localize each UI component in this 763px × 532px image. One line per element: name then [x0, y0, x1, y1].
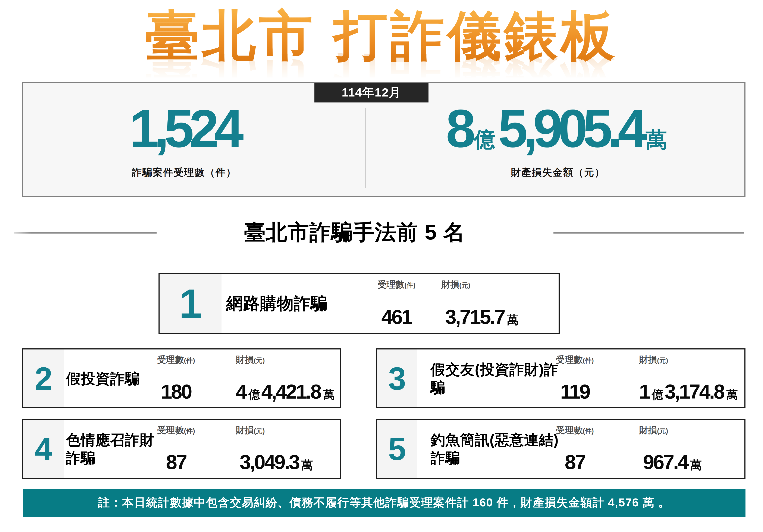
- loss-wan: 4,421.8: [261, 382, 320, 402]
- loss-header-label: 財損: [441, 280, 459, 290]
- anti-fraud-dashboard: 臺北市 打詐儀錶板 臺北市 打詐儀錶板 114年12月 1,524 詐騙案件受理…: [0, 0, 763, 532]
- cases-value: 461: [381, 307, 411, 327]
- loss-header-unit: (元): [459, 282, 470, 289]
- stat-loss-yi: 8: [446, 101, 471, 157]
- section-rule-left: [14, 232, 157, 233]
- loss-value: 3,049.3萬: [236, 452, 314, 472]
- loss-column: 財損(元) 3,049.3萬: [236, 424, 314, 472]
- fraud-type-name: 網路購物詐騙: [226, 293, 327, 314]
- fraud-type-name: 假投資詐騙: [66, 369, 166, 388]
- loss-column: 財損(元) 967.4萬: [639, 424, 703, 472]
- rank-badge: 1: [160, 274, 222, 333]
- loss-column: 財損(元) 3,715.7萬: [441, 279, 520, 327]
- loss-value: 3,715.7萬: [441, 307, 520, 327]
- stat-loss-yi-unit: 億: [474, 129, 495, 151]
- loss-header-label: 財損: [639, 355, 657, 365]
- loss-wan-unit: 萬: [690, 459, 702, 471]
- loss-wan-unit: 萬: [301, 459, 313, 471]
- cases-header: 受理數(件): [157, 354, 195, 366]
- loss-header-label: 財損: [236, 355, 254, 365]
- stat-loss: 8 億 5,905.4 萬 財產損失金額（元）: [446, 101, 670, 179]
- loss-yi-unit: 億: [249, 389, 260, 400]
- rank-number: 5: [388, 433, 406, 465]
- loss-wan-unit: 萬: [323, 389, 335, 400]
- stat-loss-wan: 5,905.4: [498, 101, 643, 157]
- stat-loss-value: 8 億 5,905.4 萬: [446, 101, 670, 157]
- loss-wan: 3,715.7: [445, 307, 504, 327]
- cases-header-unit: (件): [583, 357, 594, 364]
- section-rule-right: [553, 232, 744, 233]
- cases-header: 受理數(件): [556, 424, 594, 436]
- rank-badge: 3: [377, 349, 417, 407]
- cases-column: 受理數(件) 87: [157, 424, 195, 472]
- loss-value: 4億4,421.8萬: [236, 382, 336, 402]
- loss-value: 1億3,174.8萬: [639, 382, 739, 402]
- cases-header-unit: (件): [404, 282, 415, 289]
- loss-header-label: 財損: [639, 425, 657, 435]
- loss-yi: 1: [639, 382, 649, 402]
- cases-column: 受理數(件) 119: [556, 354, 594, 402]
- rank-card-2: 2 假投資詐騙 受理數(件) 180 財損(元) 4億4,421.8萬: [22, 348, 341, 408]
- rank-card-5: 5 釣魚簡訊(惡意連結) 詐騙 受理數(件) 87 財損(元) 967.4萬: [376, 419, 745, 479]
- loss-wan-unit: 萬: [507, 314, 518, 325]
- rank-number: 1: [179, 283, 202, 324]
- fraud-type-name: 色情應召詐財 詐騙: [66, 431, 166, 467]
- rank-badge: 5: [377, 420, 417, 478]
- rank-card-body: 假投資詐騙 受理數(件) 180 財損(元) 4億4,421.8萬: [64, 349, 340, 407]
- cases-value: 87: [565, 452, 585, 472]
- cases-header: 受理數(件): [157, 424, 195, 436]
- loss-value: 967.4萬: [639, 452, 703, 472]
- loss-header-unit: (元): [657, 427, 668, 435]
- cases-header-label: 受理數: [157, 355, 184, 365]
- cases-header-label: 受理數: [157, 425, 184, 435]
- loss-header: 財損(元): [441, 279, 470, 291]
- cases-header-label: 受理數: [556, 355, 583, 365]
- loss-column: 財損(元) 4億4,421.8萬: [236, 354, 336, 402]
- rank-card-body: 色情應召詐財 詐騙 受理數(件) 87 財損(元) 3,049.3萬: [64, 420, 340, 478]
- rank-card-body: 網路購物詐騙 受理數(件) 461 財損(元) 3,715.7萬: [222, 274, 559, 333]
- loss-header: 財損(元): [236, 424, 265, 436]
- summary-divider: [365, 108, 366, 188]
- cases-header: 受理數(件): [556, 354, 594, 366]
- cases-header: 受理數(件): [378, 279, 415, 291]
- rank-number: 2: [35, 363, 52, 395]
- stat-loss-wan-unit: 萬: [646, 129, 667, 151]
- cases-header-label: 受理數: [378, 280, 404, 290]
- cases-column: 受理數(件) 87: [556, 424, 594, 472]
- rank-card-body: 釣魚簡訊(惡意連結) 詐騙 受理數(件) 87 財損(元) 967.4萬: [417, 420, 744, 478]
- loss-header-unit: (元): [254, 357, 265, 364]
- loss-wan-unit: 萬: [726, 389, 738, 400]
- cases-value: 87: [166, 452, 186, 472]
- loss-header: 財損(元): [236, 354, 265, 366]
- loss-column: 財損(元) 1億3,174.8萬: [639, 354, 739, 402]
- rank-card-1: 1 網路購物詐騙 受理數(件) 461 財損(元) 3,715.7萬: [159, 273, 560, 334]
- loss-header: 財損(元): [639, 424, 668, 436]
- loss-yi-unit: 億: [652, 389, 663, 400]
- section-title: 臺北市詐騙手法前 5 名: [244, 218, 465, 247]
- loss-wan: 3,174.8: [665, 382, 724, 402]
- loss-header-label: 財損: [236, 425, 254, 435]
- cases-header-label: 受理數: [556, 425, 583, 435]
- loss-wan: 3,049.3: [240, 452, 299, 472]
- rank-card-body: 假交友(投資詐財)詐 騙 受理數(件) 119 財損(元) 1億3,174.8萬: [417, 349, 744, 407]
- cases-value: 119: [560, 382, 589, 402]
- stat-cases: 1,524 詐騙案件受理數（件）: [129, 101, 239, 179]
- loss-header-unit: (元): [254, 427, 265, 435]
- rank-card-3: 3 假交友(投資詐財)詐 騙 受理數(件) 119 財損(元) 1億3,174.…: [376, 348, 745, 408]
- loss-yi: 4: [236, 382, 246, 402]
- stat-loss-label: 財產損失金額（元）: [446, 166, 670, 179]
- loss-header-unit: (元): [657, 357, 668, 364]
- fraud-type-name: 釣魚簡訊(惡意連結) 詐騙: [431, 431, 572, 467]
- loss-wan: 967.4: [643, 452, 688, 472]
- cases-header-unit: (件): [184, 357, 195, 364]
- rank-card-4: 4 色情應召詐財 詐騙 受理數(件) 87 財損(元) 3,049.3萬: [22, 419, 341, 479]
- cases-value: 180: [161, 382, 191, 402]
- rank-number: 4: [35, 433, 52, 465]
- cases-column: 受理數(件) 461: [378, 279, 415, 327]
- cases-column: 受理數(件) 180: [157, 354, 195, 402]
- rank-number: 3: [388, 363, 406, 395]
- rank-badge: 4: [23, 420, 64, 478]
- cases-header-unit: (件): [184, 427, 195, 435]
- period-badge: 114年12月: [314, 83, 428, 103]
- cases-header-unit: (件): [583, 427, 594, 435]
